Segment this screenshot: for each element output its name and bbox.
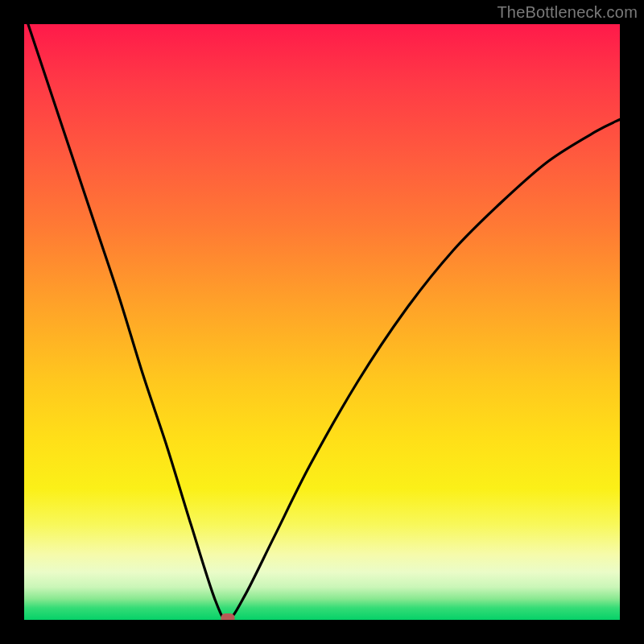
plot-area: [24, 24, 620, 620]
watermark-text: TheBottleneck.com: [497, 3, 638, 22]
curve-svg: [24, 24, 620, 620]
optimal-point-marker: [221, 613, 234, 620]
chart-frame: TheBottleneck.com: [0, 0, 644, 644]
bottleneck-curve: [24, 24, 620, 620]
